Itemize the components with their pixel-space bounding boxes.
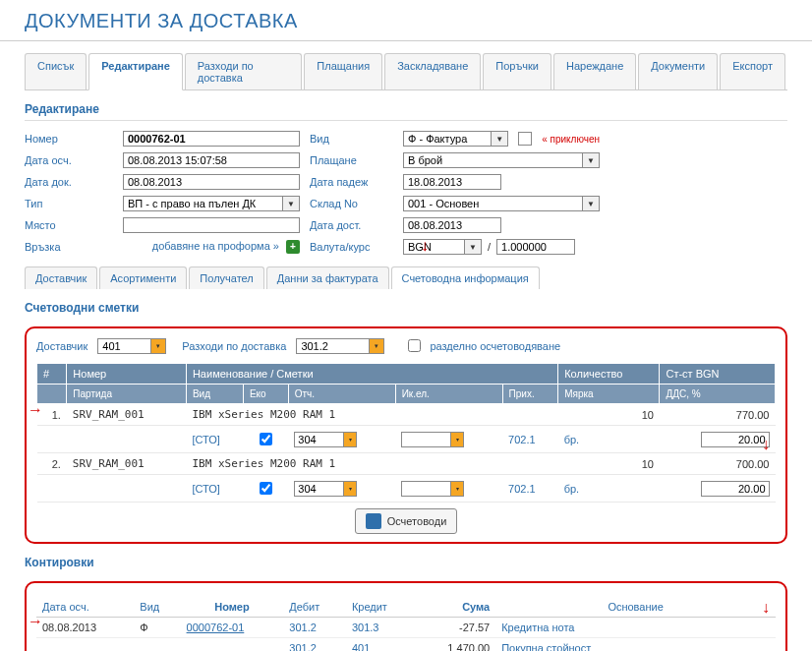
cto-link[interactable]: [СТО] [192, 434, 219, 445]
cell-debit[interactable]: 301.2 [283, 618, 346, 638]
tab-list[interactable]: Списък [25, 53, 87, 89]
arrow-right-icon: → [28, 613, 43, 630]
add-proforma-link[interactable]: добавяне на проформа » [152, 240, 279, 252]
input-datedoc[interactable] [123, 174, 300, 190]
kth-credit: Кредит [346, 597, 416, 618]
dropdown-icon[interactable]: ▾ [450, 432, 464, 447]
input-otch[interactable] [294, 481, 343, 497]
tab-documents[interactable]: Документи [638, 53, 718, 89]
cell-reason[interactable]: Покупна стойност [495, 638, 776, 652]
input-number[interactable] [123, 131, 300, 147]
dropdown-icon[interactable]: ▼ [582, 196, 600, 211]
tab-edit[interactable]: Редактиране [88, 53, 183, 90]
dropdown-icon[interactable]: ▼ [282, 196, 300, 211]
th-name: Наименование / Сметки [186, 364, 557, 385]
tab-payments[interactable]: Плащания [304, 53, 382, 89]
kth-sum: Сума [416, 597, 495, 618]
table-row-detail: [СТО]▾▾702.1бр. [37, 426, 776, 453]
input-place[interactable] [123, 217, 300, 233]
th-code: Номер [67, 364, 187, 385]
cto-link[interactable]: [СТО] [192, 483, 219, 495]
cell-num [181, 638, 284, 652]
prih-link[interactable]: 702.1 [508, 483, 536, 495]
select-type[interactable] [123, 196, 282, 211]
dtab-supplier[interactable]: Доставчик [25, 266, 97, 289]
tab-export[interactable]: Експорт [720, 53, 785, 89]
page-title: ДОКУМЕНТИ ЗА ДОСТАВКА [0, 0, 812, 41]
accounts-table: # Номер Наименование / Сметки Количество… [36, 363, 776, 503]
lbl-link: Връзка [25, 241, 113, 253]
arrow-down-icon: ↓ [762, 599, 770, 617]
input-vat[interactable] [701, 481, 770, 497]
input-rate[interactable] [496, 239, 575, 255]
lbl-split: разделно осчетоводяване [430, 340, 560, 352]
cell-debit[interactable]: 301.2 [283, 638, 346, 652]
select-kind[interactable] [403, 131, 491, 147]
th-vid: Вид [186, 385, 243, 404]
cell-n: 2. [37, 453, 67, 475]
th-batch: Партида [67, 385, 187, 404]
tab-expenses[interactable]: Разходи по доставка [185, 53, 303, 89]
cell-credit[interactable]: 401 [346, 638, 416, 652]
th-prih: Прих. [502, 385, 558, 404]
btn-post[interactable]: Осчетоводи [355, 508, 458, 534]
select-currency[interactable] [403, 239, 464, 255]
th-measure: Мярка [558, 385, 660, 404]
input-otch[interactable] [294, 432, 343, 447]
cell-amount: 770.00 [660, 404, 776, 426]
input-ikel[interactable] [401, 481, 450, 497]
measure-link[interactable]: бр. [564, 434, 579, 445]
dropdown-icon[interactable]: ▾ [450, 481, 464, 497]
lbl-dateosch: Дата осч. [25, 154, 113, 166]
input-vat[interactable] [701, 432, 770, 447]
th-otch: Отч. [288, 385, 395, 404]
plus-icon[interactable]: + [286, 240, 300, 254]
lbl-place: Място [25, 219, 113, 231]
kth-num: Номер [181, 597, 284, 618]
input-datedeliv[interactable] [403, 217, 501, 233]
chk-eko[interactable] [260, 433, 272, 445]
cell-kind [134, 638, 180, 652]
measure-link[interactable]: бр. [564, 483, 579, 495]
dropdown-icon[interactable]: ▼ [582, 152, 600, 168]
slash: / [488, 241, 491, 253]
cell-num[interactable]: 0000762-01 [181, 618, 284, 638]
chk-split[interactable] [408, 339, 421, 352]
th-eko: Еко [243, 385, 288, 404]
dtab-assort[interactable]: Асортименти [99, 266, 187, 289]
dropdown-icon[interactable]: ▼ [464, 239, 482, 255]
dtab-accounting[interactable]: Счетоводна информация [391, 266, 540, 289]
dtab-invoice[interactable]: Данни за фактурата [266, 266, 389, 289]
kont-header: Контировки [25, 544, 787, 573]
edit-form: Номер Вид ▼ « приключен Дата осч. Плащан… [25, 131, 787, 255]
btn-post-label: Осчетоводи [387, 515, 447, 527]
input-ikel[interactable] [401, 432, 450, 447]
input-dateosch[interactable] [123, 152, 300, 168]
dropdown-icon[interactable]: ▾ [369, 338, 384, 354]
th-n: # [37, 364, 67, 385]
cell-qty: 10 [558, 453, 660, 475]
select-warehouse[interactable] [403, 196, 582, 211]
cell-reason[interactable]: Кредитна нота [495, 618, 776, 638]
main-tabs: Списък Редактиране Разходи по доставка П… [25, 53, 787, 90]
dropdown-icon[interactable]: ▼ [491, 131, 508, 147]
chk-closed[interactable] [518, 132, 532, 146]
input-datedue[interactable] [403, 174, 501, 190]
cell-credit[interactable]: 301.3 [346, 618, 416, 638]
select-payment[interactable] [403, 152, 582, 168]
kont-row: 08.08.2013Ф0000762-01301.2301.3-27.57Кре… [36, 618, 776, 638]
tab-orders[interactable]: Поръчки [483, 53, 551, 89]
tab-dispatch[interactable]: Нареждане [553, 53, 636, 89]
dropdown-icon[interactable]: ▾ [343, 432, 357, 447]
prih-link[interactable]: 702.1 [508, 434, 536, 445]
dtab-recipient[interactable]: Получател [189, 266, 263, 289]
dropdown-icon[interactable]: ▾ [343, 481, 357, 497]
dropdown-icon[interactable]: ▾ [150, 338, 166, 354]
input-supplier-acc[interactable] [97, 338, 150, 354]
input-expense-acc[interactable] [296, 338, 369, 354]
arrow-down-icon: ↓ [421, 237, 429, 255]
th-amount: Ст-ст BGN [660, 364, 776, 385]
cell-amount: 700.00 [660, 453, 776, 475]
chk-eko[interactable] [260, 482, 272, 495]
tab-stocking[interactable]: Заскладяване [384, 53, 481, 89]
